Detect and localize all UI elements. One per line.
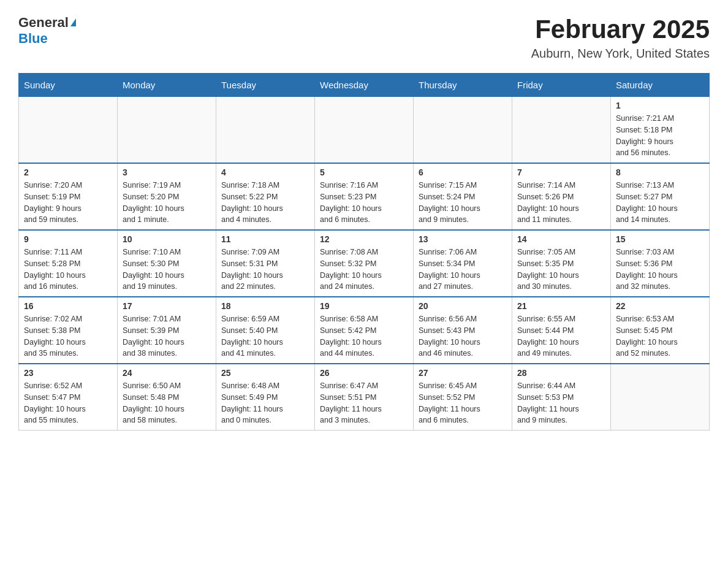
day-number: 22 xyxy=(616,301,704,311)
calendar-day-cell: 5Sunrise: 7:16 AM Sunset: 5:23 PM Daylig… xyxy=(315,163,414,230)
day-info: Sunrise: 6:59 AM Sunset: 5:40 PM Dayligh… xyxy=(221,313,309,359)
logo: General Blue xyxy=(18,15,76,47)
calendar-day-cell: 16Sunrise: 7:02 AM Sunset: 5:38 PM Dayli… xyxy=(19,297,118,364)
calendar-day-cell: 23Sunrise: 6:52 AM Sunset: 5:47 PM Dayli… xyxy=(19,364,118,431)
day-of-week-header: Tuesday xyxy=(216,74,315,97)
day-info: Sunrise: 6:52 AM Sunset: 5:47 PM Dayligh… xyxy=(24,380,112,426)
day-of-week-header: Sunday xyxy=(19,74,118,97)
day-info: Sunrise: 6:50 AM Sunset: 5:48 PM Dayligh… xyxy=(123,380,211,426)
calendar-day-cell: 17Sunrise: 7:01 AM Sunset: 5:39 PM Dayli… xyxy=(118,297,216,364)
calendar-day-cell: 13Sunrise: 7:06 AM Sunset: 5:34 PM Dayli… xyxy=(414,230,512,297)
day-number: 12 xyxy=(320,234,408,244)
day-info: Sunrise: 6:44 AM Sunset: 5:53 PM Dayligh… xyxy=(517,380,605,426)
day-number: 23 xyxy=(24,368,112,378)
day-info: Sunrise: 6:55 AM Sunset: 5:44 PM Dayligh… xyxy=(517,313,605,359)
day-of-week-header: Monday xyxy=(118,74,216,97)
calendar-day-cell: 12Sunrise: 7:08 AM Sunset: 5:32 PM Dayli… xyxy=(315,230,414,297)
day-number: 6 xyxy=(419,167,507,177)
day-number: 21 xyxy=(517,301,605,311)
logo-general: General xyxy=(18,15,69,31)
calendar-header-row: SundayMondayTuesdayWednesdayThursdayFrid… xyxy=(19,74,710,97)
calendar-day-cell: 28Sunrise: 6:44 AM Sunset: 5:53 PM Dayli… xyxy=(512,364,611,431)
day-number: 10 xyxy=(123,234,211,244)
day-info: Sunrise: 7:21 AM Sunset: 5:18 PM Dayligh… xyxy=(616,113,704,159)
calendar-day-cell xyxy=(512,97,611,164)
day-number: 19 xyxy=(320,301,408,311)
day-of-week-header: Thursday xyxy=(414,74,512,97)
logo-blue: Blue xyxy=(18,31,48,47)
day-number: 20 xyxy=(419,301,507,311)
day-info: Sunrise: 7:14 AM Sunset: 5:26 PM Dayligh… xyxy=(517,180,605,226)
calendar-week-row: 2Sunrise: 7:20 AM Sunset: 5:19 PM Daylig… xyxy=(19,163,710,230)
day-of-week-header: Friday xyxy=(512,74,611,97)
day-info: Sunrise: 7:18 AM Sunset: 5:22 PM Dayligh… xyxy=(221,180,309,226)
calendar-day-cell: 3Sunrise: 7:19 AM Sunset: 5:20 PM Daylig… xyxy=(118,163,216,230)
calendar-week-row: 1Sunrise: 7:21 AM Sunset: 5:18 PM Daylig… xyxy=(19,97,710,164)
day-info: Sunrise: 6:53 AM Sunset: 5:45 PM Dayligh… xyxy=(616,313,704,359)
day-info: Sunrise: 7:11 AM Sunset: 5:28 PM Dayligh… xyxy=(24,247,112,293)
day-info: Sunrise: 7:15 AM Sunset: 5:24 PM Dayligh… xyxy=(419,180,507,226)
calendar-day-cell: 9Sunrise: 7:11 AM Sunset: 5:28 PM Daylig… xyxy=(19,230,118,297)
day-info: Sunrise: 7:20 AM Sunset: 5:19 PM Dayligh… xyxy=(24,180,112,226)
day-number: 8 xyxy=(616,167,704,177)
day-info: Sunrise: 7:09 AM Sunset: 5:31 PM Dayligh… xyxy=(221,247,309,293)
calendar-title: February 2025 xyxy=(531,15,710,44)
day-info: Sunrise: 7:16 AM Sunset: 5:23 PM Dayligh… xyxy=(320,180,408,226)
calendar-subtitle: Auburn, New York, United States xyxy=(531,47,710,61)
calendar-day-cell xyxy=(19,97,118,164)
day-number: 17 xyxy=(123,301,211,311)
day-info: Sunrise: 7:05 AM Sunset: 5:35 PM Dayligh… xyxy=(517,247,605,293)
calendar-day-cell: 4Sunrise: 7:18 AM Sunset: 5:22 PM Daylig… xyxy=(216,163,315,230)
calendar-day-cell: 21Sunrise: 6:55 AM Sunset: 5:44 PM Dayli… xyxy=(512,297,611,364)
day-info: Sunrise: 6:58 AM Sunset: 5:42 PM Dayligh… xyxy=(320,313,408,359)
day-number: 18 xyxy=(221,301,309,311)
day-of-week-header: Wednesday xyxy=(315,74,414,97)
calendar-day-cell: 24Sunrise: 6:50 AM Sunset: 5:48 PM Dayli… xyxy=(118,364,216,431)
calendar-day-cell: 7Sunrise: 7:14 AM Sunset: 5:26 PM Daylig… xyxy=(512,163,611,230)
calendar-title-block: February 2025 Auburn, New York, United S… xyxy=(531,15,710,61)
calendar-day-cell xyxy=(611,364,710,431)
day-number: 24 xyxy=(123,368,211,378)
day-info: Sunrise: 7:06 AM Sunset: 5:34 PM Dayligh… xyxy=(419,247,507,293)
day-number: 16 xyxy=(24,301,112,311)
calendar-day-cell: 8Sunrise: 7:13 AM Sunset: 5:27 PM Daylig… xyxy=(611,163,710,230)
day-info: Sunrise: 7:01 AM Sunset: 5:39 PM Dayligh… xyxy=(123,313,211,359)
calendar-day-cell: 10Sunrise: 7:10 AM Sunset: 5:30 PM Dayli… xyxy=(118,230,216,297)
calendar-day-cell: 14Sunrise: 7:05 AM Sunset: 5:35 PM Dayli… xyxy=(512,230,611,297)
calendar-day-cell: 6Sunrise: 7:15 AM Sunset: 5:24 PM Daylig… xyxy=(414,163,512,230)
day-number: 28 xyxy=(517,368,605,378)
day-number: 5 xyxy=(320,167,408,177)
day-of-week-header: Saturday xyxy=(611,74,710,97)
calendar-day-cell xyxy=(315,97,414,164)
day-number: 7 xyxy=(517,167,605,177)
day-number: 9 xyxy=(24,234,112,244)
day-info: Sunrise: 6:45 AM Sunset: 5:52 PM Dayligh… xyxy=(419,380,507,426)
day-number: 13 xyxy=(419,234,507,244)
calendar-day-cell: 22Sunrise: 6:53 AM Sunset: 5:45 PM Dayli… xyxy=(611,297,710,364)
calendar-day-cell: 27Sunrise: 6:45 AM Sunset: 5:52 PM Dayli… xyxy=(414,364,512,431)
day-number: 15 xyxy=(616,234,704,244)
calendar-day-cell: 25Sunrise: 6:48 AM Sunset: 5:49 PM Dayli… xyxy=(216,364,315,431)
day-info: Sunrise: 7:02 AM Sunset: 5:38 PM Dayligh… xyxy=(24,313,112,359)
day-number: 1 xyxy=(616,101,704,110)
day-info: Sunrise: 7:13 AM Sunset: 5:27 PM Dayligh… xyxy=(616,180,704,226)
page-header: General Blue February 2025 Auburn, New Y… xyxy=(18,15,710,61)
day-number: 2 xyxy=(24,167,112,177)
day-number: 25 xyxy=(221,368,309,378)
day-info: Sunrise: 7:03 AM Sunset: 5:36 PM Dayligh… xyxy=(616,247,704,293)
calendar-week-row: 9Sunrise: 7:11 AM Sunset: 5:28 PM Daylig… xyxy=(19,230,710,297)
calendar-day-cell: 15Sunrise: 7:03 AM Sunset: 5:36 PM Dayli… xyxy=(611,230,710,297)
day-number: 27 xyxy=(419,368,507,378)
calendar-day-cell: 1Sunrise: 7:21 AM Sunset: 5:18 PM Daylig… xyxy=(611,97,710,164)
calendar-day-cell xyxy=(414,97,512,164)
calendar-table: SundayMondayTuesdayWednesdayThursdayFrid… xyxy=(18,73,710,431)
day-info: Sunrise: 6:47 AM Sunset: 5:51 PM Dayligh… xyxy=(320,380,408,426)
calendar-day-cell: 2Sunrise: 7:20 AM Sunset: 5:19 PM Daylig… xyxy=(19,163,118,230)
calendar-day-cell: 11Sunrise: 7:09 AM Sunset: 5:31 PM Dayli… xyxy=(216,230,315,297)
calendar-day-cell xyxy=(216,97,315,164)
calendar-week-row: 23Sunrise: 6:52 AM Sunset: 5:47 PM Dayli… xyxy=(19,364,710,431)
day-info: Sunrise: 7:10 AM Sunset: 5:30 PM Dayligh… xyxy=(123,247,211,293)
calendar-day-cell: 19Sunrise: 6:58 AM Sunset: 5:42 PM Dayli… xyxy=(315,297,414,364)
calendar-week-row: 16Sunrise: 7:02 AM Sunset: 5:38 PM Dayli… xyxy=(19,297,710,364)
day-info: Sunrise: 6:48 AM Sunset: 5:49 PM Dayligh… xyxy=(221,380,309,426)
